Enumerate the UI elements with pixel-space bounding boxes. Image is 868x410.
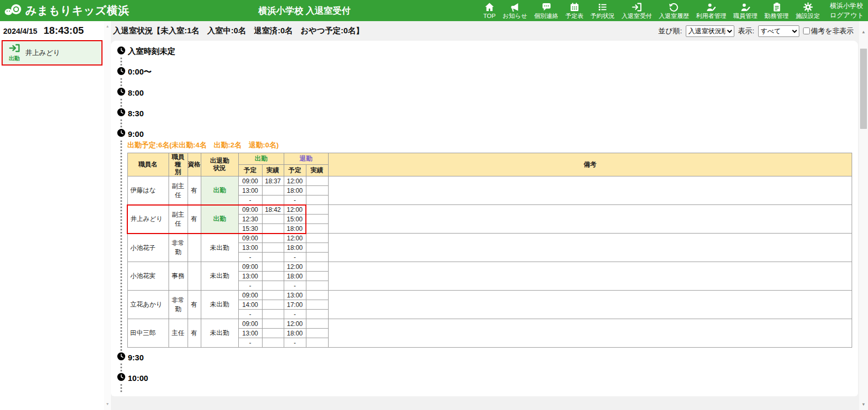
clock-icon (117, 67, 125, 77)
app-logo[interactable]: みまもりキッズ横浜 (0, 3, 129, 18)
event-status-label: 出勤 (9, 55, 20, 62)
time-cell (306, 329, 328, 338)
time-cell (306, 224, 328, 234)
time-cell: 09:00 (238, 262, 262, 272)
qualification-cell: 有 (188, 291, 201, 319)
status-cell: 出勤 (201, 176, 238, 205)
time-cell: 18:00 (284, 224, 306, 234)
staff-name-cell: 小池花実 (127, 262, 169, 291)
nav-news[interactable]: お知らせ (502, 2, 527, 20)
scroll-down-arrow-icon[interactable]: ▼ (859, 402, 868, 407)
col-header-actual: 実績 (262, 165, 284, 176)
col-header-status: 出退勤 状況 (201, 153, 238, 176)
recent-event-item[interactable]: 出勤 井上みどり (2, 40, 102, 66)
col-header-planned: 予定 (284, 165, 306, 176)
staff-type-cell: 副主任 (169, 176, 188, 205)
sidebar-scrollbar[interactable]: ▲ ▼ (104, 21, 111, 410)
time-cell (306, 319, 328, 329)
time-cell: 18:37 (262, 176, 284, 186)
clipboard-icon (772, 2, 782, 12)
status-summary-bar: 入退室状況【未入室:1名 入室中:0名 退室済:0名 おやつ予定:0名】 並び順… (111, 21, 859, 41)
staff-type-cell: 主任 (169, 319, 188, 348)
attendance-summary: 出勤予定:6名(未出勤:4名 出勤:2名 退勤:0名) (127, 141, 855, 150)
status-cell: 出勤 (201, 205, 238, 234)
staff-name-cell: 伊藤はな (127, 176, 169, 205)
time-cell (262, 224, 284, 234)
nav-top[interactable]: TOP (483, 2, 496, 20)
qualification-cell: 有 (188, 319, 201, 348)
staff-type-cell: 副主任 (169, 205, 188, 234)
time-cell (262, 215, 284, 224)
time-section-830: 8:30 (117, 108, 855, 127)
nav-schedule[interactable]: 予定表 (565, 2, 584, 20)
time-cell (306, 195, 328, 205)
time-cell: 13:00 (238, 272, 262, 281)
scroll-up-arrow-icon[interactable]: ▲ (104, 24, 111, 28)
sort-order-label: 並び順: (658, 26, 682, 36)
clock-icon (117, 88, 125, 98)
nav-messages[interactable]: 個別連絡 (534, 2, 558, 20)
time-cell: 09:00 (238, 291, 262, 300)
section-time-label: 10:00 (128, 374, 148, 383)
time-cell (262, 234, 284, 243)
time-section-undecided: 入室時刻未定 (117, 46, 855, 66)
nav-work-management[interactable]: 勤務管理 (764, 2, 789, 20)
time-cell: - (238, 195, 262, 205)
nav-entry-history[interactable]: 入退室履歴 (659, 2, 689, 20)
time-cell: 09:00 (238, 319, 262, 329)
qualification-cell: 有 (188, 205, 201, 234)
time-cell (262, 243, 284, 253)
time-cell: 09:00 (238, 234, 262, 243)
time-cell (262, 310, 284, 319)
time-cell (262, 300, 284, 310)
top-header-bar: みまもりキッズ横浜 横浜小学校 入退室受付 TOP お知らせ 個別連絡 予定表 … (0, 0, 868, 21)
section-time-label: 8:30 (128, 109, 144, 118)
time-cell (306, 253, 328, 262)
nav-staff-management[interactable]: 職員管理 (733, 2, 758, 20)
chat-bubble-icon (542, 2, 552, 12)
time-cell (262, 281, 284, 291)
scroll-down-arrow-icon[interactable]: ▼ (104, 402, 111, 406)
col-header-name: 職員名 (127, 153, 169, 176)
hide-note-checkbox[interactable] (803, 27, 810, 34)
display-filter-select[interactable]: すべて (758, 25, 799, 37)
section-time-label: 8:00 (128, 88, 144, 97)
page-title: 横浜小学校 入退室受付 (258, 5, 351, 17)
logo-text: みまもりキッズ横浜 (25, 3, 129, 18)
col-header-qualification: 資格 (188, 153, 201, 176)
logout-link[interactable]: ログアウト (830, 11, 864, 20)
nav-facility-settings[interactable]: 施設設定 (796, 2, 820, 20)
nav-reservations[interactable]: 予約状況 (591, 2, 615, 20)
staff-name-cell: 井上みどり (127, 205, 169, 234)
time-cell: 13:00 (284, 291, 306, 300)
school-name-label: 横浜小学校 (830, 1, 864, 11)
sort-order-select[interactable]: 入退室状況順 (686, 25, 734, 37)
main-scrollbar[interactable]: ▲ ▼ (859, 21, 868, 410)
entry-status-summary: 入退室状況【未入室:1名 入室中:0名 退室済:0名 おやつ予定:0名】 (113, 26, 363, 36)
qualification-cell: 有 (188, 176, 201, 205)
nav-entry-reception[interactable]: 入退室受付 (622, 2, 652, 20)
time-cell (306, 176, 328, 186)
time-section-800: 8:00 (117, 88, 855, 107)
time-cell: - (284, 281, 306, 291)
qualification-cell (188, 234, 201, 262)
scroll-up-arrow-icon[interactable]: ▲ (859, 30, 868, 34)
time-cell (306, 272, 328, 281)
note-cell (328, 319, 852, 348)
time-cell: 18:00 (284, 243, 306, 253)
time-section-1000: 10:00 (117, 373, 855, 392)
qualification-cell (188, 262, 201, 291)
time-cell (306, 234, 328, 243)
scrollbar-thumb[interactable] (860, 49, 867, 129)
staff-name-cell: 立花あかり (127, 291, 169, 319)
time-cell: 12:00 (284, 262, 306, 272)
time-cell: 17:00 (284, 300, 306, 310)
time-cell: 09:00 (238, 205, 262, 215)
staff-type-cell: 事務 (169, 262, 188, 291)
clock-icon (117, 108, 125, 118)
nav-user-management[interactable]: 利用者管理 (696, 2, 727, 20)
time-cell (262, 195, 284, 205)
display-filter-label: 表示: (738, 26, 754, 36)
note-cell (328, 176, 852, 205)
time-cell: - (238, 253, 262, 262)
